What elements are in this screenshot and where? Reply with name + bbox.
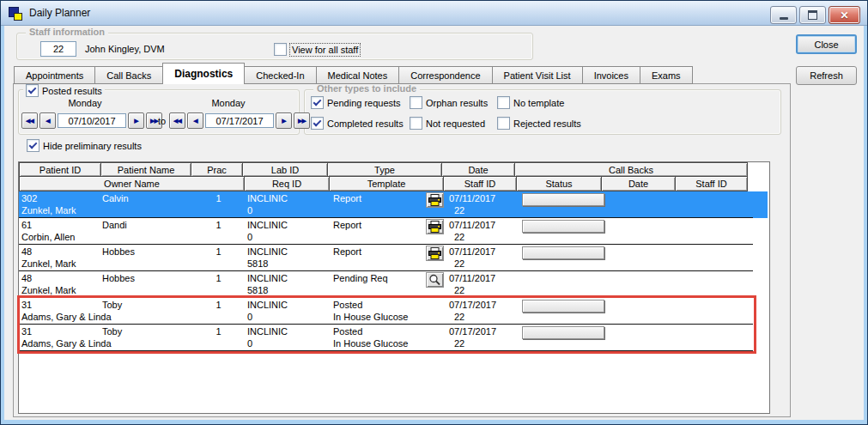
tab-exams[interactable]: Exams	[640, 66, 693, 84]
result-date-cell: 07/11/2017	[449, 273, 495, 283]
from-fast-back-button[interactable]: ◀◀	[21, 112, 38, 129]
callback-status-button[interactable]	[522, 193, 604, 206]
printer-icon	[428, 221, 441, 233]
window-frame-right	[864, 26, 867, 424]
staff-id-cell: 22	[454, 205, 464, 216]
from-date-field[interactable]: 07/10/2017	[58, 113, 126, 128]
checkbox-box[interactable]	[274, 43, 287, 56]
table-body: 302 Zunkel, Mark Calvin 1 INCLINIC 0 Rep…	[19, 191, 768, 351]
no-template-checkbox[interactable]	[497, 96, 510, 109]
tab-appointments[interactable]: Appointments	[14, 66, 95, 84]
table-row[interactable]: 48 Zunkel, Mark Hobbes 1 INCLINIC 5818 P…	[19, 271, 768, 298]
table-row[interactable]: 31 Adams, Gary & Linda Toby 1 INCLINIC 0…	[19, 325, 768, 351]
option-completed-results[interactable]: Completed results	[311, 117, 410, 130]
row-icon-button[interactable]	[426, 246, 444, 261]
owner-name-cell: Adams, Gary & Linda	[21, 338, 112, 349]
header-cb-status[interactable]: Status	[516, 176, 602, 191]
completed-results-checkbox[interactable]	[311, 117, 324, 130]
tab-checked-in[interactable]: Checked-In	[244, 66, 316, 84]
option-pending-requests[interactable]: Pending requests	[311, 96, 410, 109]
tab-invoices[interactable]: Invoices	[582, 66, 640, 84]
patient-id-cell: 31	[21, 326, 32, 337]
to-fast-forward-button[interactable]: ▶▶	[294, 112, 310, 129]
from-forward-button[interactable]: ▶	[128, 112, 144, 129]
header-lab-id[interactable]: Lab ID	[242, 162, 328, 177]
table-row[interactable]: 48 Zunkel, Mark Hobbes 1 INCLINIC 5818 R…	[19, 245, 768, 271]
callback-status-button[interactable]	[522, 300, 604, 313]
type-cell: Pending Req	[333, 273, 388, 283]
lab-id-cell: INCLINIC	[247, 326, 288, 337]
lab-id-cell: INCLINIC	[247, 220, 288, 230]
from-back-button[interactable]: ◀	[39, 112, 56, 129]
option-rejected-results[interactable]: Rejected results	[497, 117, 643, 130]
patient-id-cell: 48	[21, 246, 32, 257]
staff-id-field[interactable]: 22	[40, 41, 76, 57]
staff-id-cell: 22	[454, 258, 464, 269]
row-icon-button[interactable]	[426, 272, 444, 288]
maximize-icon	[808, 10, 817, 20]
tab-medical-notes[interactable]: Medical Notes	[316, 66, 400, 84]
minimize-button[interactable]	[770, 6, 797, 24]
to-back-button[interactable]: ◀	[187, 112, 203, 129]
template-cell: In House Glucose	[333, 312, 408, 322]
header-cb-date[interactable]: Date	[601, 176, 676, 191]
pending-requests-checkbox[interactable]	[311, 96, 324, 109]
result-date-cell: 07/11/2017	[449, 193, 495, 203]
rejected-results-checkbox[interactable]	[497, 117, 510, 130]
header-patient-id[interactable]: Patient ID	[19, 162, 101, 177]
staff-information-label: Staff information	[26, 27, 108, 37]
hide-preliminary-option[interactable]: Hide preliminary results	[27, 139, 142, 152]
owner-name-cell: Zunkel, Mark	[21, 285, 76, 295]
not-requested-checkbox[interactable]	[410, 117, 422, 130]
patient-name-cell: Toby	[102, 300, 122, 310]
refresh-button[interactable]: Refresh	[796, 66, 857, 85]
patient-name-cell: Hobbes	[102, 246, 135, 257]
table-row[interactable]: 302 Zunkel, Mark Calvin 1 INCLINIC 0 Rep…	[19, 191, 768, 218]
close-button[interactable]: Close	[796, 34, 857, 54]
table-row[interactable]: 61 Corbin, Allen Dandi 1 INCLINIC 0 Repo…	[19, 218, 768, 245]
row-icon-button[interactable]	[426, 219, 444, 234]
view-for-all-staff-checkbox[interactable]: View for all staff	[274, 43, 360, 56]
to-forward-button[interactable]: ▶	[276, 112, 292, 129]
header-call-backs[interactable]: Call Backs	[514, 162, 748, 177]
type-cell: Report	[333, 193, 361, 203]
prac-cell: 1	[192, 273, 245, 283]
tab-patient-visit-list[interactable]: Patient Visit List	[492, 66, 583, 84]
callback-status-button[interactable]	[522, 246, 604, 259]
callback-status-button[interactable]	[522, 220, 604, 233]
header-patient-name[interactable]: Patient Name	[100, 162, 191, 177]
type-cell: Report	[333, 220, 361, 230]
header-type[interactable]: Type	[327, 162, 442, 177]
prac-cell: 1	[192, 246, 245, 257]
header-date[interactable]: Date	[441, 162, 515, 177]
header-staff-id[interactable]: Staff ID	[443, 176, 517, 191]
patient-id-cell: 302	[21, 193, 37, 203]
header-template[interactable]: Template	[329, 176, 444, 191]
patient-id-cell: 31	[21, 300, 32, 310]
tab-correspondence[interactable]: Correspondence	[398, 66, 492, 84]
table-row[interactable]: 31 Adams, Gary & Linda Toby 1 INCLINIC 0…	[19, 298, 768, 325]
window-close-button[interactable]: ✕	[829, 6, 860, 24]
hide-preliminary-checkbox[interactable]	[27, 139, 39, 152]
maximize-button[interactable]	[799, 6, 826, 24]
header-cb-staff-id[interactable]: Staff ID	[675, 176, 748, 191]
posted-results-checkbox[interactable]	[26, 84, 39, 97]
tab-call-backs[interactable]: Call Backs	[94, 66, 163, 84]
tab-diagnostics[interactable]: Diagnostics	[162, 63, 245, 84]
orphan-results-checkbox[interactable]	[410, 96, 422, 109]
to-fast-back-button[interactable]: ◀◀	[169, 112, 185, 129]
posted-results-option[interactable]: Posted results	[23, 84, 105, 97]
callback-status-button[interactable]	[522, 326, 604, 339]
row-icon-button[interactable]	[426, 192, 444, 208]
lab-id-cell: INCLINIC	[247, 273, 288, 283]
not-requested-label: Not requested	[426, 118, 485, 129]
option-orphan-results[interactable]: Orphan results	[410, 96, 497, 109]
option-not-requested[interactable]: Not requested	[410, 117, 497, 130]
header-owner-name[interactable]: Owner Name	[19, 176, 245, 191]
header-req-id[interactable]: Req ID	[244, 176, 330, 191]
no-template-label: No template	[513, 98, 564, 108]
header-prac[interactable]: Prac	[191, 162, 243, 177]
option-no-template[interactable]: No template	[497, 96, 643, 109]
to-date-field[interactable]: 07/17/2017	[205, 113, 274, 128]
result-date-cell: 07/11/2017	[449, 220, 495, 230]
